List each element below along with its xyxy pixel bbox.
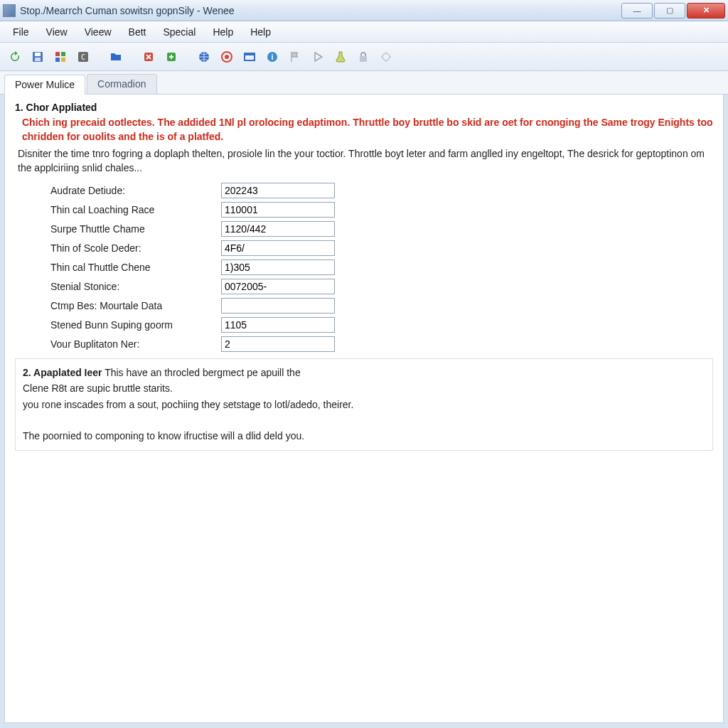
section1-warning: Chich ing precaid ootlectes. The addided… (22, 116, 713, 144)
section2-line1: This have an throcled bergmect pe apuill… (105, 367, 301, 378)
label-chene: Thin cal Thuttle Chene (50, 262, 221, 273)
svg-text:i: i (271, 53, 273, 61)
menubar: File View Vieew Bett Special Help Help (0, 21, 728, 43)
toolbar-info-button[interactable]: i (263, 48, 282, 66)
content-panel: 1. Chor Appliated Chich ing precaid ootl… (4, 95, 724, 723)
svg-rect-15 (245, 53, 255, 55)
svg-rect-2 (35, 58, 41, 61)
label-audrate: Audrate Detiude: (50, 185, 221, 196)
toolbar-flag-button[interactable] (286, 48, 304, 66)
svg-rect-5 (55, 58, 60, 62)
section2-heading: 2. Apaplated Ieer (23, 367, 102, 378)
input-stonice[interactable] (221, 279, 335, 294)
section1-description: Disniter the time tnro fogring a doplaph… (18, 146, 713, 176)
menu-help2[interactable]: Help (242, 23, 279, 41)
toolbar-add-button[interactable] (162, 48, 181, 66)
app-icon (3, 4, 16, 17)
menu-vieew[interactable]: Vieew (76, 23, 120, 41)
toolbar-folder-button[interactable] (107, 48, 125, 66)
svg-point-19 (382, 53, 390, 60)
maximize-button[interactable]: ▢ (654, 3, 685, 18)
toolbar-code-button[interactable]: C (74, 48, 92, 66)
label-suping: Stened Bunn Suping goorm (50, 319, 221, 331)
section2-box: 2. Apaplated Ieer This have an throcled … (15, 358, 713, 451)
input-chene[interactable] (221, 259, 335, 275)
label-ctmp: Ctmp Bes: Mourtale Data (50, 300, 221, 311)
toolbar-window-button[interactable] (240, 48, 259, 66)
minimize-button[interactable]: — (621, 3, 653, 18)
label-surpe: Surpe Thuttle Chame (50, 223, 221, 235)
input-vour[interactable] (221, 336, 335, 352)
label-loaching: Thin cal Loaching Race (50, 204, 221, 215)
tab-cormadion[interactable]: Cormadion (87, 74, 156, 94)
svg-rect-18 (360, 56, 367, 62)
svg-text:C: C (81, 53, 85, 61)
svg-rect-4 (61, 52, 65, 56)
menu-view[interactable]: View (38, 23, 76, 41)
toolbar-globe-button[interactable] (195, 48, 213, 66)
label-vour: Vour Buplitaton Ner: (50, 338, 221, 350)
menu-bett[interactable]: Bett (120, 23, 155, 41)
label-scole: Thin of Scole Deder: (50, 242, 221, 254)
section2-line3: you rone inscades from a sout, pochiing … (23, 399, 353, 410)
section2-line2: Clene R8t are supic bruttle starits. (23, 382, 173, 394)
menu-help[interactable]: Help (204, 23, 242, 41)
toolbar: C i (0, 43, 728, 71)
window-controls: — ▢ ✕ (621, 3, 725, 18)
toolbar-lab-button[interactable] (331, 48, 350, 66)
toolbar-record-button[interactable] (218, 48, 236, 66)
svg-rect-3 (55, 52, 60, 56)
titlebar: Stop./Mearrch Cuman sowitsn gopnSily - W… (0, 0, 728, 21)
input-surpe[interactable] (221, 221, 335, 237)
toolbar-play-button[interactable] (309, 48, 327, 66)
tabbar: Power Mulice Cormadion (0, 71, 728, 95)
toolbar-target-button[interactable] (377, 48, 395, 66)
label-stonice: Stenial Stonice: (50, 281, 221, 292)
close-button[interactable]: ✕ (687, 3, 725, 18)
toolbar-delete-button[interactable] (139, 48, 158, 66)
menu-file[interactable]: File (4, 23, 38, 41)
menu-special[interactable]: Special (154, 23, 204, 41)
fields-group: Audrate Detiude: Thin cal Loaching Race … (50, 181, 713, 354)
input-audrate[interactable] (221, 183, 335, 198)
toolbar-lock-button[interactable] (354, 48, 373, 66)
toolbar-save-button[interactable] (28, 48, 47, 66)
svg-point-13 (225, 55, 229, 59)
svg-rect-6 (61, 58, 65, 62)
window-title: Stop./Mearrch Cuman sowitsn gopnSily - W… (20, 5, 621, 16)
toolbar-modules-button[interactable] (51, 48, 70, 66)
input-ctmp[interactable] (221, 298, 335, 314)
section1-heading: 1. Chor Appliated (15, 102, 713, 113)
input-scole[interactable] (221, 240, 335, 256)
input-loaching[interactable] (221, 202, 335, 218)
toolbar-refresh-button[interactable] (6, 48, 24, 66)
svg-rect-1 (35, 53, 41, 56)
input-suping[interactable] (221, 317, 335, 333)
section2-line4: The poornied to componing to know ifruct… (23, 430, 304, 441)
tab-power-mulice[interactable]: Power Mulice (4, 75, 85, 95)
